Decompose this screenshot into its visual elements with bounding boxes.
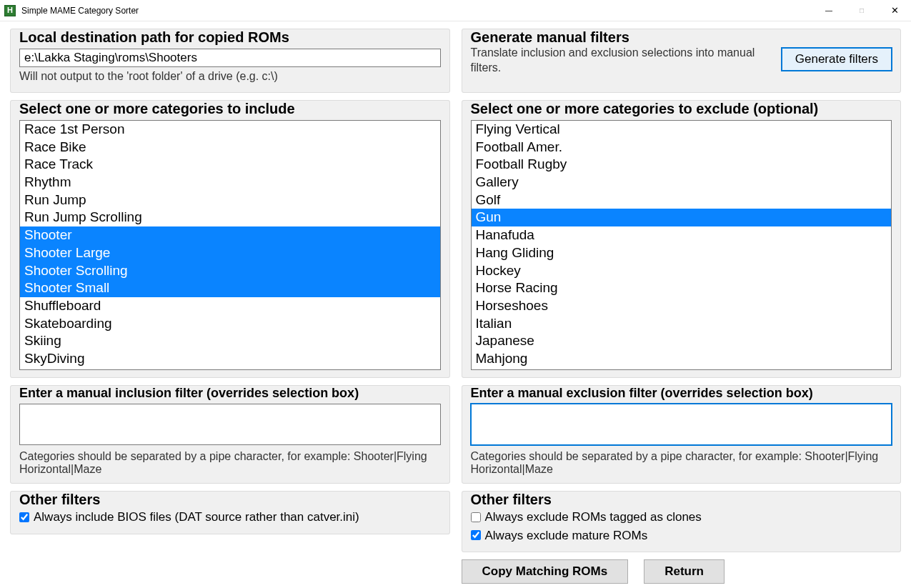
include-listbox[interactable]: Race 1st PersonRace BikeRace TrackRhythm… <box>19 120 441 370</box>
list-item[interactable]: Horse Racing <box>472 279 892 297</box>
exclude-listbox[interactable]: Flying VerticalFootball Amer.Football Ru… <box>471 120 892 370</box>
list-item[interactable]: Race Bike <box>20 139 440 156</box>
mature-checkbox-row[interactable]: Always exclude mature ROMs <box>471 527 892 545</box>
include-panel: Select one or more categories to include… <box>10 100 450 378</box>
list-item[interactable]: Shooter Scrolling <box>20 262 440 280</box>
clones-checkbox-label: Always exclude ROMs tagged as clones <box>485 508 702 527</box>
manual-exclude-input[interactable] <box>471 404 892 445</box>
list-item[interactable]: Shooter <box>20 226 440 244</box>
other-filters-right-panel: Other filters Always exclude ROMs tagged… <box>462 491 902 552</box>
list-item[interactable]: Race 1st Person <box>20 121 440 139</box>
list-item[interactable]: Hanafuda <box>472 226 892 244</box>
generate-sub: Translate inclusion and exclusion select… <box>471 46 773 76</box>
clones-checkbox-row[interactable]: Always exclude ROMs tagged as clones <box>471 508 892 527</box>
list-item[interactable]: Shuffleboard <box>20 297 440 315</box>
list-item[interactable]: Skateboarding <box>20 315 440 333</box>
list-item[interactable]: Football Rugby <box>472 156 892 174</box>
app-icon: H <box>4 5 16 16</box>
list-item[interactable]: Mahjong <box>472 350 892 368</box>
mature-checkbox-label: Always exclude mature ROMs <box>485 527 648 545</box>
include-heading: Select one or more categories to include <box>19 101 441 117</box>
list-item[interactable]: Run Jump Scrolling <box>20 209 440 226</box>
exclude-heading: Select one or more categories to exclude… <box>471 101 892 117</box>
return-button[interactable]: Return <box>644 559 725 584</box>
exclude-panel: Select one or more categories to exclude… <box>462 100 902 378</box>
maximize-button: □ <box>845 0 878 21</box>
generate-heading: Generate manual filters <box>471 29 773 46</box>
titlebar: H Simple MAME Category Sorter — □ ✕ <box>0 0 911 21</box>
list-item[interactable]: Gun <box>472 209 892 226</box>
bottom-actions: Copy Matching ROMs Return <box>462 559 902 584</box>
generate-filters-button[interactable]: Generate filters <box>782 48 892 71</box>
list-item[interactable]: Shooter Small <box>20 279 440 297</box>
list-item[interactable]: SkyDiving <box>20 350 440 368</box>
destination-panel: Local destination path for copied ROMs W… <box>10 29 450 93</box>
list-item[interactable]: Flying Vertical <box>472 121 892 139</box>
list-item[interactable]: Gallery <box>472 174 892 191</box>
other-filters-right-heading: Other filters <box>471 492 892 508</box>
bios-checkbox-label: Always include BIOS files (DAT source ra… <box>34 508 359 527</box>
list-item[interactable]: Hockey <box>472 262 892 280</box>
window-title: Simple MAME Category Sorter <box>21 6 812 16</box>
list-item[interactable]: Golf <box>472 191 892 209</box>
bios-checkbox-row[interactable]: Always include BIOS files (DAT source ra… <box>19 508 441 527</box>
list-item[interactable]: Football Amer. <box>472 139 892 156</box>
destination-helper: Will not output to the 'root folder' of … <box>19 70 441 83</box>
list-item[interactable]: Horseshoes <box>472 297 892 315</box>
manual-include-helper: Categories should be separated by a pipe… <box>19 450 441 476</box>
manual-include-heading: Enter a manual inclusion filter (overrid… <box>19 386 441 401</box>
list-item[interactable]: Shooter Large <box>20 244 440 262</box>
manual-exclude-heading: Enter a manual exclusion filter (overrid… <box>471 386 892 401</box>
list-item[interactable]: Hang Gliding <box>472 244 892 262</box>
window-controls: — □ ✕ <box>812 0 911 21</box>
other-filters-left-heading: Other filters <box>19 492 441 508</box>
close-button[interactable]: ✕ <box>878 0 911 21</box>
manual-include-input[interactable] <box>19 404 441 445</box>
manual-exclude-helper: Categories should be separated by a pipe… <box>471 450 892 476</box>
manual-exclude-panel: Enter a manual exclusion filter (overrid… <box>462 385 902 484</box>
generate-panel: Generate manual filters Translate inclus… <box>462 29 902 93</box>
manual-include-panel: Enter a manual inclusion filter (overrid… <box>10 385 450 484</box>
copy-button[interactable]: Copy Matching ROMs <box>462 559 629 584</box>
list-item[interactable]: Japanese <box>472 332 892 350</box>
minimize-button[interactable]: — <box>812 0 845 21</box>
list-item[interactable]: Run Jump <box>20 191 440 209</box>
list-item[interactable]: Race Track <box>20 156 440 174</box>
destination-heading: Local destination path for copied ROMs <box>19 29 441 46</box>
mature-checkbox[interactable] <box>471 530 481 540</box>
list-item[interactable]: Rhythm <box>20 174 440 191</box>
clones-checkbox[interactable] <box>471 512 481 522</box>
list-item[interactable]: Skiing <box>20 332 440 350</box>
bios-checkbox[interactable] <box>19 512 29 522</box>
destination-input[interactable] <box>19 49 441 67</box>
other-filters-left-panel: Other filters Always include BIOS files … <box>10 491 450 534</box>
list-item[interactable]: Italian <box>472 315 892 333</box>
